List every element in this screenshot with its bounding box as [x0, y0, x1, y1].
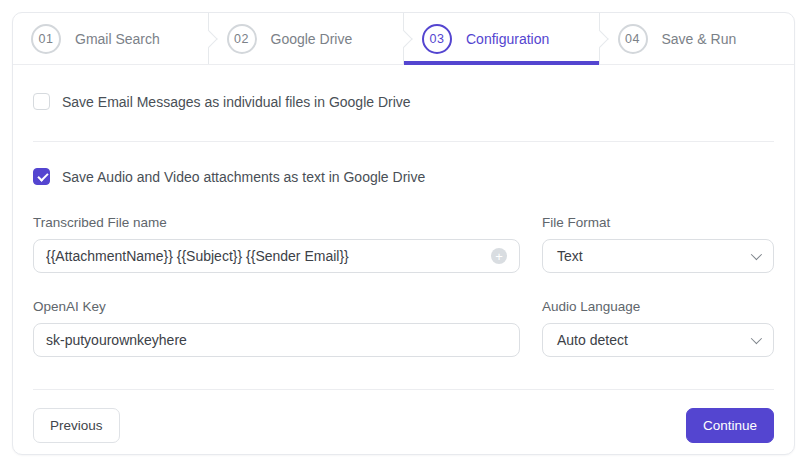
- save-email-option[interactable]: Save Email Messages as individual files …: [33, 93, 774, 110]
- stepper: 01 Gmail Search 02 Google Drive 03 Confi…: [13, 13, 794, 65]
- section-divider: [33, 141, 774, 142]
- tab-gmail-search[interactable]: 01 Gmail Search: [13, 13, 209, 64]
- step-number-badge: 02: [227, 24, 257, 54]
- tab-google-drive[interactable]: 02 Google Drive: [209, 13, 405, 64]
- tab-save-and-run[interactable]: 04 Save & Run: [600, 13, 795, 64]
- file-format-field: File Format Text: [542, 215, 774, 273]
- transcribed-file-name-label: Transcribed File name: [33, 215, 520, 230]
- previous-button[interactable]: Previous: [33, 408, 120, 443]
- file-format-label: File Format: [542, 215, 774, 230]
- wizard-card: 01 Gmail Search 02 Google Drive 03 Confi…: [12, 12, 795, 455]
- tab-label: Save & Run: [662, 31, 737, 47]
- save-email-checkbox[interactable]: [33, 93, 50, 110]
- configuration-form: Transcribed File name + File Format Text…: [33, 215, 774, 357]
- configuration-panel: Save Email Messages as individual files …: [13, 65, 794, 443]
- audio-language-field: Audio Language Auto detect: [542, 299, 774, 357]
- footer-divider: [33, 389, 774, 390]
- file-format-value: Text: [557, 248, 583, 264]
- save-audio-label: Save Audio and Video attachments as text…: [62, 169, 425, 185]
- audio-language-label: Audio Language: [542, 299, 774, 314]
- tab-configuration[interactable]: 03 Configuration: [404, 13, 600, 64]
- openai-key-inputwrap: [33, 323, 520, 357]
- openai-key-field: OpenAI Key: [33, 299, 520, 357]
- step-number-badge: 03: [422, 24, 452, 54]
- continue-button[interactable]: Continue: [686, 408, 774, 443]
- audio-language-select[interactable]: Auto detect: [542, 323, 774, 357]
- chevron-down-icon: [751, 333, 762, 344]
- openai-key-input[interactable]: [46, 332, 507, 348]
- openai-key-label: OpenAI Key: [33, 299, 520, 314]
- audio-language-value: Auto detect: [557, 332, 628, 348]
- file-format-select[interactable]: Text: [542, 239, 774, 273]
- transcribed-file-name-field: Transcribed File name +: [33, 215, 520, 273]
- transcribed-file-name-input[interactable]: [46, 248, 483, 264]
- chevron-down-icon: [751, 249, 762, 260]
- wizard-footer: Previous Continue: [33, 408, 774, 443]
- add-variable-icon[interactable]: +: [491, 248, 507, 264]
- transcribed-file-name-inputwrap: +: [33, 239, 520, 273]
- save-email-label: Save Email Messages as individual files …: [62, 94, 411, 110]
- tab-label: Google Drive: [271, 31, 353, 47]
- step-number-badge: 01: [31, 24, 61, 54]
- save-audio-checkbox[interactable]: [33, 168, 50, 185]
- tab-label: Gmail Search: [75, 31, 160, 47]
- save-audio-option[interactable]: Save Audio and Video attachments as text…: [33, 168, 774, 185]
- step-number-badge: 04: [618, 24, 648, 54]
- tab-label: Configuration: [466, 31, 549, 47]
